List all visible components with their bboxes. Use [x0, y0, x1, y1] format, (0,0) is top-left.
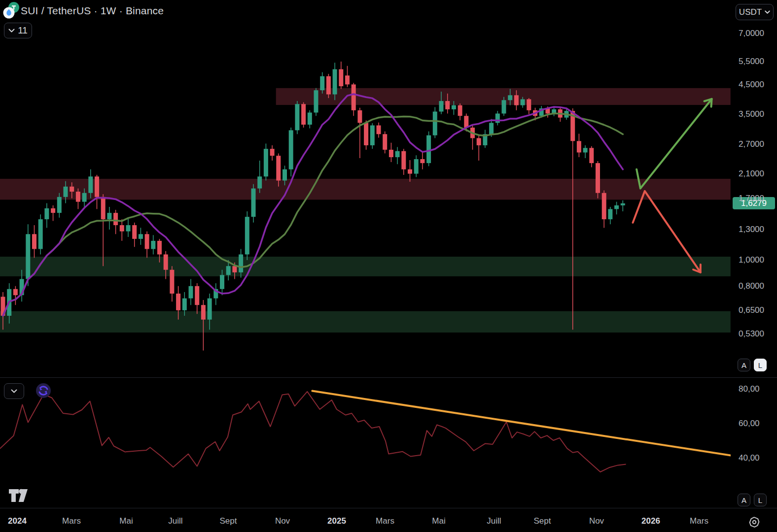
rsi-refresh-icon[interactable]	[35, 383, 51, 399]
candle-body	[527, 99, 531, 110]
projection-arrow-up[interactable]	[636, 99, 711, 189]
candle-body	[44, 208, 49, 219]
candle-body	[439, 101, 444, 111]
candle-body	[201, 305, 206, 320]
price-axis-label: 0,6500	[739, 305, 764, 315]
time-axis-label: 2026	[641, 516, 660, 526]
candle-body	[370, 126, 375, 145]
candle-body	[113, 213, 118, 225]
rsi-line[interactable]	[0, 392, 626, 472]
indicator-count-button[interactable]: 11	[4, 23, 32, 38]
candle-body	[521, 99, 525, 105]
candle-body	[245, 217, 249, 254]
candle-body	[208, 299, 212, 320]
candle-body	[220, 275, 224, 289]
price-axis-label: 1,7000	[739, 194, 764, 203]
candle-body	[326, 76, 331, 95]
candle-body	[389, 150, 393, 157]
candle-body	[64, 187, 68, 197]
chart-canvas[interactable]	[0, 0, 731, 532]
candle-body	[614, 205, 619, 209]
price-axis-label: 7,0000	[739, 29, 764, 38]
zone-support-upper	[0, 257, 731, 276]
symbol-logos	[2, 1, 20, 19]
price-axis-label: 0,5300	[739, 329, 764, 339]
time-axis-label: Mai	[432, 516, 445, 526]
candle-body	[132, 225, 137, 239]
rsi-axis-label: 80,00	[739, 384, 760, 394]
candle-body	[301, 104, 306, 125]
candle-body	[145, 234, 149, 249]
candle-body	[57, 197, 62, 213]
candle-body	[32, 234, 36, 249]
pane-divider[interactable]	[0, 377, 777, 378]
time-axis-label: Mai	[119, 516, 133, 526]
candle-body	[408, 169, 412, 174]
candle-body	[195, 286, 199, 305]
candle-body	[101, 197, 106, 219]
ma-slow-line[interactable]	[3, 113, 623, 316]
time-axis-label: Sept	[534, 516, 551, 526]
price-axis-label: 5,5000	[739, 57, 764, 66]
zone-support-lower	[0, 311, 731, 332]
time-axis-label: Mars	[376, 516, 394, 526]
candle-body	[377, 126, 381, 134]
candle-body	[82, 193, 87, 202]
candle-body	[352, 84, 356, 110]
rsi-pane-collapse-button[interactable]	[4, 383, 24, 399]
candle-body	[495, 114, 500, 123]
symbol-title[interactable]: SUI / TetherUS · 1W · Binance	[21, 5, 164, 17]
price-axis-label: 2,7000	[739, 139, 764, 149]
candle-body	[70, 187, 74, 192]
time-axis-label: 2024	[8, 516, 27, 526]
candle-body	[139, 234, 143, 239]
candle-body	[426, 135, 431, 163]
candle-body	[13, 289, 18, 295]
candle-body	[251, 189, 256, 217]
rsi-axis-label: 60,00	[739, 419, 760, 429]
candle-body	[120, 225, 124, 232]
candle-body	[232, 266, 237, 272]
price-axis-label: 1,3000	[739, 225, 764, 234]
candle-body	[126, 225, 131, 232]
candle-body	[107, 213, 111, 219]
rsi-axis-label: 40,00	[739, 453, 760, 463]
candle-body	[589, 148, 594, 163]
candle-body	[176, 294, 180, 310]
time-axis-label: Sept	[220, 516, 237, 526]
candle-body	[383, 134, 387, 150]
time-axis-label: 2025	[327, 516, 346, 526]
candle-body	[51, 208, 55, 213]
ma-fast-line[interactable]	[3, 94, 623, 316]
candle-body	[189, 286, 193, 299]
candle-body	[38, 219, 43, 249]
tradingview-logo-icon[interactable]	[7, 487, 30, 504]
time-axis-label: Mars	[62, 516, 81, 526]
candle-body	[76, 192, 80, 202]
candle-body	[433, 112, 437, 135]
candle-body	[308, 113, 312, 125]
candle-body	[333, 69, 337, 95]
candle-body	[314, 90, 318, 112]
candle-body	[583, 148, 588, 152]
candle-body	[276, 156, 281, 180]
tradingview-chart-app: SUI / TetherUS · 1W · Binance 11 USDT A …	[0, 0, 777, 532]
candle-body	[283, 169, 287, 181]
price-axis-label: 1,0000	[739, 255, 764, 265]
price-axis[interactable]	[731, 0, 777, 508]
candle-body	[226, 266, 231, 275]
candle-body	[445, 101, 450, 109]
candle-body	[395, 151, 400, 157]
candle-body	[289, 130, 293, 169]
candle-body	[157, 241, 162, 255]
candle-body	[26, 234, 30, 279]
candle-body	[345, 75, 350, 84]
candle-body	[339, 69, 343, 87]
price-axis-label: 2,1000	[739, 169, 764, 179]
candle-body	[357, 110, 362, 123]
candle-body	[164, 254, 168, 269]
candle-body	[458, 105, 462, 116]
candle-body	[464, 116, 468, 128]
candle-body	[170, 270, 174, 294]
rsi-descending-trendline[interactable]	[312, 391, 731, 456]
